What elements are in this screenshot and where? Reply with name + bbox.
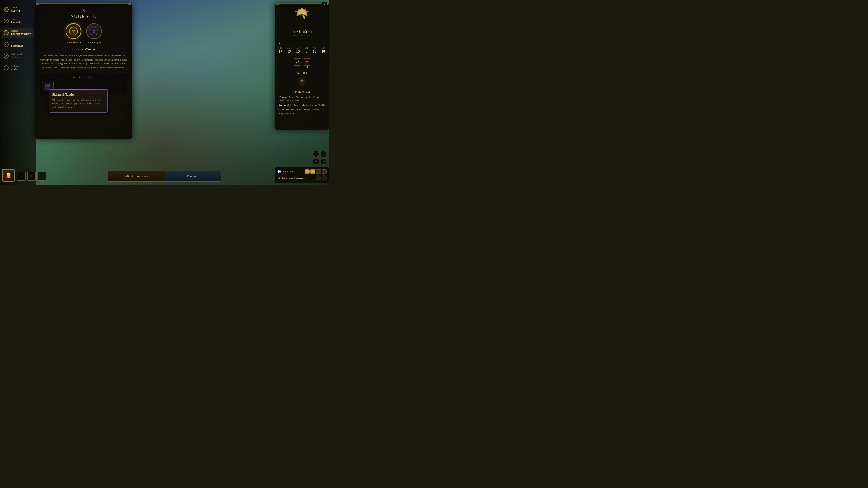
bottom-buttons: Edit Appearance Proceed: [108, 171, 221, 182]
tooltip-title: Skirmish Tactics: [52, 93, 104, 96]
subrace-mystic-icon: [86, 23, 102, 39]
character-class: Level 1 Barbarian: [278, 34, 326, 37]
abilities-label: Abilities: [11, 65, 19, 67]
origin-value: Custom: [11, 9, 20, 13]
camera-rotate-row: ↺ ↻: [313, 158, 327, 165]
sidebar-item-subrace[interactable]: ✓ Subrace Laneshi-Warrior: [2, 28, 34, 38]
selected-subrace-name: Laneshi-Warrior: [40, 47, 127, 52]
body-type-buttons: [305, 169, 327, 173]
body-btn-4[interactable]: [322, 169, 327, 173]
body-type-label: Body Type: [283, 170, 303, 173]
randomise-label: Randomise Appearance: [282, 176, 314, 179]
character-avatar: 🧝: [2, 169, 15, 182]
badge-hp: ❤ 14: [303, 58, 310, 68]
add-character-button-3[interactable]: +: [38, 172, 46, 181]
svg-point-3: [74, 30, 75, 31]
race-label: Race: [11, 18, 20, 21]
body-btn-2[interactable]: [310, 169, 315, 173]
nav-buttons: ‹ ›: [316, 175, 327, 180]
divider-1: [278, 39, 326, 40]
svg-point-0: [69, 27, 78, 35]
body-type-row: 🚻 Body Type: [277, 169, 327, 173]
edit-appearance-button[interactable]: Edit Appearance: [108, 171, 164, 182]
panel-ornament: ⧖: [40, 8, 127, 13]
subrace-option-mystic[interactable]: Laneshi-Mystic: [86, 23, 102, 43]
actions-icon-area: [278, 76, 326, 86]
selected-subrace-description: The laneshi are a race of amphibious, ma…: [40, 54, 127, 70]
background-label: Background: [11, 53, 22, 56]
body-btn-3[interactable]: [316, 169, 321, 173]
stat-dex: DEX 13: [287, 47, 291, 54]
stats-row: STR 17 DEX 13 CON 15 INT 8 WIS 12 CHA 10: [278, 47, 326, 54]
stat-wis: WIS 12: [313, 47, 317, 54]
divider-2: [278, 56, 326, 57]
add-character-button-2[interactable]: +: [27, 172, 36, 181]
abilities-check: ✓: [4, 65, 8, 70]
main-panel: ⧖ Subrace Laneshi-Warrior: [35, 3, 132, 139]
badge-armor: 🛡 +1: [293, 58, 301, 68]
stat-con: CON 15: [296, 47, 301, 54]
skirmish-tactics-tooltip: Skirmish Tactics When you hit a hostile …: [49, 90, 107, 112]
sidebar: ✓ Origin Custom ✓ Race Laneshi ✓ Subrace…: [0, 0, 36, 185]
nav-next-button[interactable]: ›: [322, 175, 327, 180]
camera-controls: + − ↺ ↻: [313, 151, 327, 165]
race-check: ✓: [4, 19, 8, 24]
warrior-name: Laneshi-Warrior: [65, 41, 82, 43]
tooltip-description: When you hit a hostile creature with a w…: [52, 98, 104, 109]
stats-header: ★: [278, 41, 326, 45]
sidebar-item-background[interactable]: ✓ Background Acolyte: [2, 51, 34, 61]
svg-point-7: [94, 30, 95, 31]
subrace-option-warrior[interactable]: Laneshi-Warrior: [65, 23, 82, 43]
sidebar-item-abilities[interactable]: ✓ Abilities 27/27: [2, 63, 34, 73]
features-title: Subrace Features: [42, 75, 125, 79]
sidebar-item-origin[interactable]: ✓ Origin Custom: [2, 4, 34, 14]
svg-rect-16: [302, 14, 303, 21]
armor-value: +1: [296, 66, 299, 68]
subrace-options: Laneshi-Warrior Laneshi-Mystic: [40, 23, 127, 43]
svg-point-6: [93, 30, 94, 31]
add-character-button-1[interactable]: +: [17, 172, 26, 181]
svg-point-2: [72, 30, 73, 31]
star-icon: ★: [278, 41, 281, 45]
subrace-warrior-icon: [66, 23, 81, 39]
proceed-button[interactable]: Proceed: [164, 171, 221, 182]
close-button[interactable]: ✕: [322, 2, 327, 7]
badges-row: 🛡 +1 ❤ 14: [278, 58, 326, 68]
panel-title: Subrace: [40, 14, 127, 19]
body-type-icon: 🚻: [277, 170, 281, 173]
stat-cha: CHA 10: [321, 47, 326, 54]
randomise-row: ↺ Randomise Appearance ‹ ›: [277, 175, 327, 180]
background-check: ✓: [4, 54, 8, 59]
hp-value: 14: [306, 66, 308, 68]
class-label: Class: [11, 41, 23, 44]
origin-check: ✓: [4, 7, 8, 12]
proficiency-weapons: Weapons - Simple Weapons, Martial Weapon…: [278, 95, 326, 103]
armor-icon: 🛡: [293, 58, 301, 66]
mystic-name: Laneshi-Mystic: [86, 41, 102, 43]
class-check: ✓: [4, 42, 8, 47]
proficiencies-title: Proficiencies: [278, 90, 326, 94]
rotate-right-button[interactable]: ↻: [320, 158, 327, 165]
sidebar-item-class[interactable]: ✓ Class Barbarian: [2, 39, 34, 50]
zoom-in-button[interactable]: +: [313, 151, 319, 157]
weapon-illustration: [278, 7, 326, 26]
subrace-check: ✓: [4, 30, 8, 35]
add-character-buttons: + + +: [17, 172, 46, 181]
subrace-value: Laneshi-Warrior: [11, 32, 31, 36]
subrace-label: Subrace: [11, 30, 31, 32]
zoom-out-button[interactable]: −: [320, 151, 327, 157]
svg-point-13: [49, 84, 51, 86]
camera-zoom-row: + −: [313, 151, 327, 157]
proficiency-armour: Armour - Light Armour, Medium Armour, Sh…: [278, 103, 326, 107]
abilities-value: 27/27: [11, 67, 19, 71]
origin-label: Origin: [11, 6, 20, 9]
rotate-left-button[interactable]: ↺: [313, 158, 319, 165]
stat-str: STR 17: [278, 47, 283, 54]
sidebar-item-race[interactable]: ✓ Race Laneshi: [2, 16, 34, 26]
race-value: Laneshi: [11, 21, 20, 24]
right-panel: Laneshi-Warrior Level 1 Barbarian ★ STR …: [275, 3, 329, 130]
body-btn-1[interactable]: [305, 169, 310, 173]
background-value: Acolyte: [11, 56, 22, 59]
nav-prev-button[interactable]: ‹: [316, 175, 321, 180]
randomise-icon: ↺: [277, 176, 280, 180]
